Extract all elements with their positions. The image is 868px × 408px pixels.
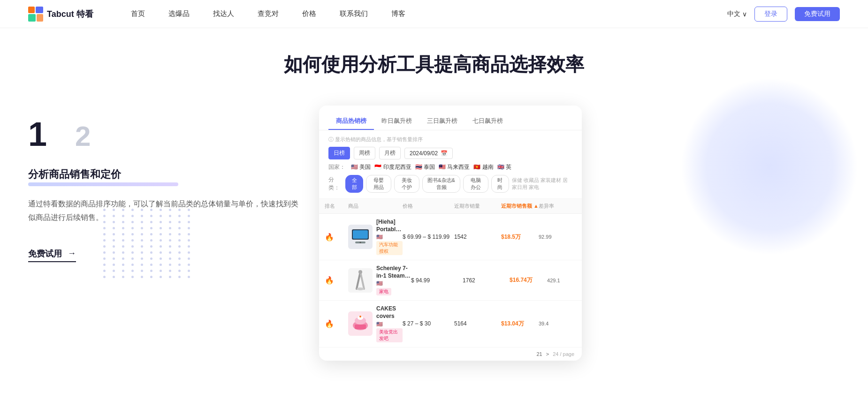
right-panel: 商品热销榜 昨日飙升榜 三日飙升榜 七日飙升榜 ⓘ 显示热销的商品信息，基于销售…: [319, 106, 840, 361]
th-misc: 差异率: [539, 203, 576, 210]
period-filter-row: 日榜 周榜 月榜 2024/09/02 📅: [328, 147, 572, 159]
free-trial-text: 免费试用: [28, 248, 62, 259]
country-vn[interactable]: 🇻🇳 越南: [473, 163, 493, 171]
arrow-icon: →: [68, 249, 76, 258]
tab-hot-sales[interactable]: 商品热销榜: [328, 113, 374, 130]
product-name-2: Schenley 7-in-1 Steam Mop with Detachabl…: [376, 265, 411, 280]
product-cell-3[interactable]: CAKES covers 🇺🇸 美妆党出发吧: [348, 305, 403, 342]
pagination: 21 > 24 / page: [319, 348, 582, 361]
category-filter-row: 分类： 全部 母婴用品 美妆个护 图书&杂志&音频 电脑办公 时尚 保健 收藏品…: [328, 175, 572, 193]
num-cell-1: 1542: [454, 234, 501, 240]
bg-circle-decoration: [680, 77, 859, 256]
country-my[interactable]: 🇲🇾 马来西亚: [439, 163, 470, 171]
nav-competitor[interactable]: 查竞对: [258, 9, 279, 18]
product-tag-1: 汽车功能授权: [376, 241, 403, 255]
nav-pricing[interactable]: 价格: [302, 9, 316, 18]
product-image-2: [348, 268, 373, 293]
dashboard-tabs: 商品热销榜 昨日飙升榜 三日飙升榜 七日飙升榜: [319, 106, 582, 130]
rank-icon-3: 🔥: [325, 319, 334, 328]
num-cell-3: 5164: [454, 320, 501, 327]
login-button[interactable]: 登录: [754, 7, 787, 22]
step-2-number: 2: [75, 120, 91, 152]
country-us[interactable]: 🇺🇸 美国: [351, 163, 371, 171]
nav-links: 首页 选爆品 找达人 查竞对 价格 联系我们 博客: [131, 9, 727, 18]
product-cell-1[interactable]: [Hieha] Portable Carplay Screen for Ca..…: [348, 219, 403, 255]
table-row: 🔥: [319, 260, 582, 301]
th-sales: 近期市销售额 ▲: [501, 203, 539, 210]
period-monthly[interactable]: 月榜: [379, 147, 401, 159]
date-picker[interactable]: 2024/09/02 📅: [404, 148, 453, 159]
cat-fashion[interactable]: 时尚: [491, 175, 509, 193]
nav-contact[interactable]: 联系我们: [340, 9, 368, 18]
table-header: 排名 商品 价格 近期市销量 近期市销售额 ▲ 差异率: [319, 199, 582, 214]
navbar: Tabcut 特看 首页 选爆品 找达人 查竞对 价格 联系我们 博客 中文 ∨…: [0, 0, 868, 28]
cat-baby[interactable]: 母婴用品: [366, 175, 391, 193]
page-title: 如何使用分析工具提高商品选择效率: [28, 52, 840, 77]
country-th[interactable]: 🇹🇭 泰国: [415, 163, 435, 171]
svg-point-12: [357, 287, 364, 290]
product-flag-1: 🇺🇸: [376, 234, 403, 240]
sales-cell-3: $13.04万: [501, 320, 539, 328]
country-filter-row: 国家： 🇺🇸 美国 🇮🇩 印度尼西亚 🇹🇭 泰国 🇲🇾 马来西亚 🇻🇳 越南 🇬…: [328, 163, 572, 171]
country-id[interactable]: 🇮🇩 印度尼西亚: [374, 163, 411, 171]
svg-rect-0: [28, 7, 35, 13]
product-info-3: CAKES covers 🇺🇸 美妆党出发吧: [376, 305, 403, 342]
more-categories: 保健 收藏品 家装建材 居家日用 家电: [512, 177, 572, 191]
step-title: 分析商品销售和定价: [28, 167, 121, 181]
prev-page[interactable]: 21: [536, 351, 542, 357]
cat-books[interactable]: 图书&杂志&音频: [422, 175, 460, 193]
country-gb[interactable]: 🇬🇧 英: [497, 163, 511, 171]
period-daily[interactable]: 日榜: [328, 147, 350, 159]
logo[interactable]: Tabcut 特看: [28, 7, 93, 22]
nav-products[interactable]: 选爆品: [168, 9, 190, 18]
period-weekly[interactable]: 周榜: [354, 147, 375, 159]
logo-text: Tabcut 特看: [47, 8, 93, 20]
svg-rect-2: [28, 14, 36, 22]
page-size: 24 / page: [553, 351, 574, 357]
svg-point-13: [358, 270, 362, 274]
dashboard-card: 商品热销榜 昨日飙升榜 三日飙升榜 七日飙升榜 ⓘ 显示热销的商品信息，基于销售…: [319, 106, 582, 361]
category-label: 分类：: [328, 176, 341, 192]
product-flag-2: 🇺🇸: [376, 280, 411, 287]
product-info-1: [Hieha] Portable Carplay Screen for Ca..…: [376, 219, 403, 255]
lang-selector[interactable]: 中文 ∨: [727, 10, 747, 18]
num-cell-2: 1762: [463, 277, 510, 284]
step-1-number: 1: [28, 115, 47, 153]
free-trial-link[interactable]: 免费试用 →: [28, 248, 76, 262]
date-value: 2024/09/02: [410, 150, 438, 157]
svg-point-8: [360, 242, 361, 243]
free-trial-nav-button[interactable]: 免费试用: [795, 7, 840, 21]
cat-all[interactable]: 全部: [345, 175, 363, 193]
cat-computer[interactable]: 电脑办公: [463, 175, 488, 193]
step-numbers: 1 2: [28, 115, 300, 153]
product-tag-3: 美妆党出发吧: [376, 328, 403, 342]
table-row: 🔥: [319, 214, 582, 260]
tab-daily-rise[interactable]: 昨日飙升榜: [374, 113, 419, 130]
sales-cell-1: $18.5万: [501, 233, 539, 241]
tab-3day-rise[interactable]: 三日飙升榜: [419, 113, 465, 130]
rank-cell-1: 🔥: [325, 233, 348, 242]
cat-beauty[interactable]: 美妆个护: [394, 175, 419, 193]
product-info-2: Schenley 7-in-1 Steam Mop with Detachabl…: [376, 265, 411, 295]
misc-cell-3: 39.4: [539, 321, 576, 326]
calendar-icon: 📅: [441, 150, 448, 157]
th-price: 价格: [403, 203, 454, 210]
left-panel: // Generate dots (function(){ const cont…: [28, 106, 300, 262]
svg-rect-1: [36, 7, 43, 13]
product-flag-3: 🇺🇸: [376, 321, 403, 327]
svg-rect-17: [355, 325, 366, 329]
product-cell-2[interactable]: Schenley 7-in-1 Steam Mop with Detachabl…: [348, 265, 411, 295]
nav-home[interactable]: 首页: [131, 9, 145, 18]
rank-cell-3: 🔥: [325, 319, 348, 328]
price-cell-2: $ 94.99: [411, 277, 463, 284]
logo-icon: [28, 7, 43, 22]
nav-influencer[interactable]: 找达人: [213, 9, 234, 18]
table-row: 🔥: [319, 301, 582, 347]
content-layout: // Generate dots (function(){ const cont…: [28, 106, 840, 361]
misc-cell-1: 92.99: [539, 234, 576, 240]
nav-blog[interactable]: 博客: [391, 9, 405, 18]
product-image-3: [348, 311, 373, 336]
price-cell-3: $ 27 – $ 30: [403, 320, 454, 327]
next-page[interactable]: >: [546, 351, 549, 357]
tab-7day-rise[interactable]: 七日飙升榜: [465, 113, 510, 130]
